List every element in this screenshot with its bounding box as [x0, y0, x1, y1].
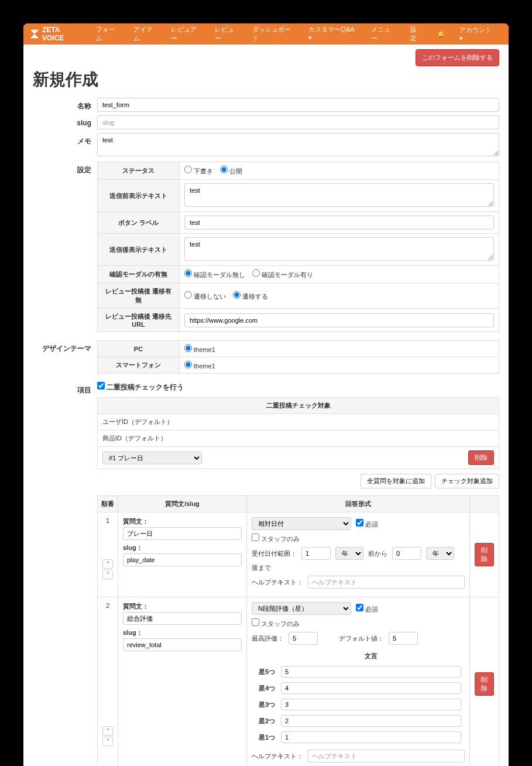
status-public-option[interactable]: 公開 [220, 166, 242, 176]
q1-type-select[interactable]: 相対日付 [252, 517, 351, 530]
posttext-label: 送信後表示テキスト [98, 234, 180, 266]
slug-input[interactable] [97, 115, 499, 129]
dup-target-select[interactable]: #1 プレー日 [102, 452, 202, 464]
pc-theme1-option[interactable]: theme1 [184, 346, 215, 353]
q1-required-checkbox[interactable]: 必須 [356, 519, 378, 529]
question-slug-label: slug： [123, 628, 242, 637]
q2-staffonly-checkbox[interactable]: スタッフのみ [252, 618, 300, 628]
bell-icon[interactable]: 🔔 [431, 26, 451, 43]
sp-theme1-option[interactable]: theme1 [184, 363, 215, 370]
sp-theme-label: スマートフォン [98, 357, 180, 374]
nav-form[interactable]: フォーム [90, 23, 128, 47]
q2-default-input[interactable] [389, 632, 418, 645]
nav-menu[interactable]: メニュー [365, 23, 403, 47]
redirect-label: レビュー投稿後 遷移有無 [98, 283, 180, 309]
nav-dashboard[interactable]: ダッシュボード [246, 23, 303, 47]
confirmmodal-yes-option[interactable]: 確認モーダル有り [252, 269, 313, 279]
star5-label: 星5つ [253, 664, 277, 679]
q2-default-label: デフォルト値： [339, 634, 384, 643]
status-label: ステータス [98, 162, 180, 180]
design-label: デザインテーマ [33, 340, 97, 374]
q2-question-input[interactable] [123, 612, 242, 625]
move-down-button[interactable]: ˅ [102, 570, 113, 579]
star2-label: 星2つ [253, 713, 277, 729]
move-up-button[interactable]: ˄ [102, 559, 113, 569]
q1-range-to-input[interactable] [392, 547, 421, 560]
question-row: 1 ˄ ˅ 質問文： slug： [98, 512, 499, 597]
dup-check-checkbox[interactable]: 二重投稿チェックを行う [97, 383, 184, 391]
star4-input[interactable] [281, 682, 461, 694]
question-text-label: 質問文： [123, 602, 242, 611]
q1-order: 1 [102, 517, 113, 524]
posttext-textarea[interactable]: test [184, 237, 494, 261]
confirmmodal-no-option[interactable]: 確認モーダル無し [184, 269, 245, 279]
dup-delete-button[interactable]: 削除 [468, 450, 494, 465]
nav-customerqa[interactable]: カスタマーQ&A ▾ [303, 23, 365, 47]
q1-range-from-input[interactable] [301, 547, 331, 560]
qh-question: 質問文/slug [118, 496, 247, 512]
q2-required-checkbox[interactable]: 必須 [356, 604, 378, 614]
nav-review[interactable]: レビュー [209, 23, 246, 47]
move-down-button[interactable]: ˅ [102, 737, 113, 746]
nav-account[interactable]: アカウント ▾ [454, 23, 503, 47]
dup-target-header: 二重投稿チェック対象 [98, 398, 499, 414]
q2-slug-input[interactable] [123, 638, 242, 651]
page-title: 新規作成 [33, 69, 499, 91]
star3-input[interactable] [281, 699, 461, 710]
q2-delete-button[interactable]: 削除 [475, 672, 494, 696]
star1-input[interactable] [281, 731, 461, 743]
settings-label: 設定 [33, 162, 97, 332]
q2-help-input[interactable] [308, 750, 465, 762]
name-input[interactable] [97, 98, 499, 112]
redirect-no-option[interactable]: 遷移しない [184, 291, 226, 301]
questions-table: 順番 質問文/slug 回答形式 1 ˄ [97, 495, 499, 766]
top-action-bar: このフォームを削除する [33, 49, 499, 66]
add-check-target-button[interactable]: チェック対象追加 [435, 474, 499, 488]
q1-question-input[interactable] [123, 527, 242, 540]
q1-unit-to-select[interactable]: 年 [426, 547, 454, 560]
brand-text: ZETA VOICE [42, 26, 83, 42]
logo-icon [29, 29, 40, 39]
confirmmodal-label: 確認モーダルの有無 [98, 266, 180, 283]
settings-table: ステータス 下書き 公開 送信前表示テキスト test ボタ [97, 162, 499, 332]
star2-input[interactable] [281, 715, 461, 727]
content: このフォームを削除する 新規作成 名称 slug メモ test 設定 ステータ… [23, 45, 509, 766]
redirect-yes-option[interactable]: 遷移する [233, 291, 268, 301]
q1-help-label: ヘルプテキスト： [252, 578, 303, 587]
memo-textarea[interactable]: test [97, 133, 499, 156]
move-up-button[interactable]: ˄ [102, 726, 113, 736]
chevron-down-icon: ▾ [308, 34, 312, 41]
q2-max-input[interactable] [289, 632, 318, 645]
navbar: ZETA VOICE フォーム アイテム レビュアー レビュー ダッシュボード … [23, 23, 509, 45]
q2-type-select[interactable]: N段階評価（星） [252, 602, 351, 615]
delete-form-button[interactable]: このフォームを削除する [416, 49, 499, 66]
memo-label: メモ [33, 133, 97, 158]
pc-theme-label: PC [98, 341, 180, 357]
redirecturl-input[interactable] [184, 313, 494, 327]
wording-header: 文言 [279, 649, 464, 663]
q1-delete-button[interactable]: 削除 [475, 543, 494, 566]
buttonlabel-label: ボタン ラベル [98, 212, 180, 234]
q1-help-input[interactable] [308, 576, 465, 589]
star1-label: 星1つ [253, 730, 277, 745]
pretext-textarea[interactable]: test [184, 183, 494, 207]
buttonlabel-input[interactable] [184, 216, 494, 230]
add-all-questions-button[interactable]: 全質問を対象に追加 [361, 474, 431, 488]
nav-item[interactable]: アイテム [128, 23, 165, 47]
nav-right: メニュー 設定 🔔 アカウント ▾ [365, 23, 503, 47]
q2-order: 2 [102, 602, 113, 609]
star4-label: 星4つ [253, 680, 277, 696]
nav-reviewer[interactable]: レビュアー [165, 23, 209, 47]
q1-slug-input[interactable] [123, 553, 242, 566]
redirecturl-label: レビュー投稿後 遷移先URL [98, 309, 180, 332]
status-draft-option[interactable]: 下書き [184, 166, 213, 176]
nav-left: フォーム アイテム レビュアー レビュー ダッシュボード カスタマーQ&A ▾ [90, 23, 365, 47]
brand-logo[interactable]: ZETA VOICE [29, 26, 83, 42]
q1-staffonly-checkbox[interactable]: スタッフのみ [252, 534, 300, 543]
nav-settings[interactable]: 設定 [404, 23, 429, 47]
question-text-label: 質問文： [123, 517, 242, 526]
design-table: PC theme1 スマートフォン theme1 [97, 340, 499, 374]
app-window: ZETA VOICE フォーム アイテム レビュアー レビュー ダッシュボード … [23, 23, 509, 766]
q1-unit-from-select[interactable]: 年 [335, 547, 363, 560]
star5-input[interactable] [281, 666, 461, 678]
